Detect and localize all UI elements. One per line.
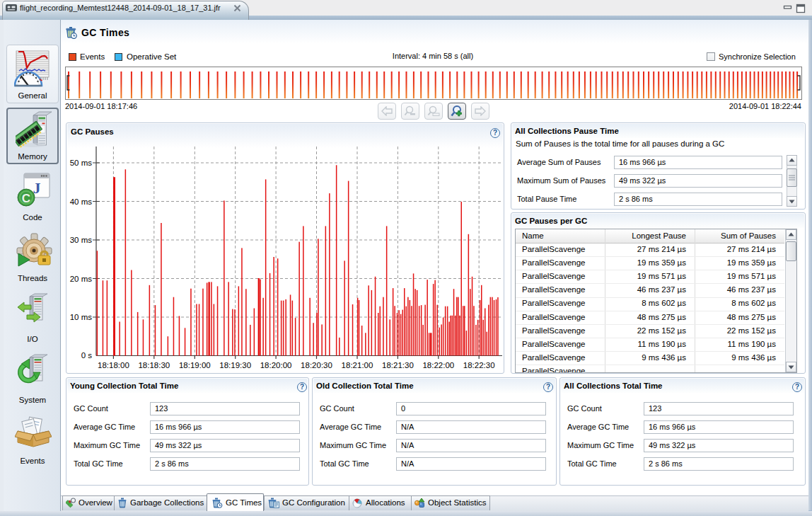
svg-text:18:20:30: 18:20:30 (301, 361, 332, 369)
svg-text:18:22:30: 18:22:30 (463, 361, 495, 369)
svg-text:40 ms: 40 ms (70, 197, 93, 206)
svg-text:18:19:00: 18:19:00 (179, 361, 211, 369)
svg-text:30 ms: 30 ms (70, 236, 93, 244)
svg-text:18:21:30: 18:21:30 (382, 361, 414, 369)
svg-text:18:20:00: 18:20:00 (260, 361, 292, 369)
svg-text:18:18:00: 18:18:00 (98, 361, 129, 369)
svg-text:20 ms: 20 ms (70, 275, 93, 283)
svg-text:18:22:00: 18:22:00 (422, 361, 454, 369)
svg-text:10 ms: 10 ms (70, 313, 93, 321)
svg-text:50 ms: 50 ms (70, 159, 93, 167)
svg-text:18:21:00: 18:21:00 (342, 361, 373, 369)
svg-text:18:18:30: 18:18:30 (138, 361, 170, 369)
svg-text:0 s: 0 s (81, 351, 93, 360)
svg-text:C: C (22, 192, 30, 205)
svg-text:18:19:30: 18:19:30 (219, 361, 251, 369)
